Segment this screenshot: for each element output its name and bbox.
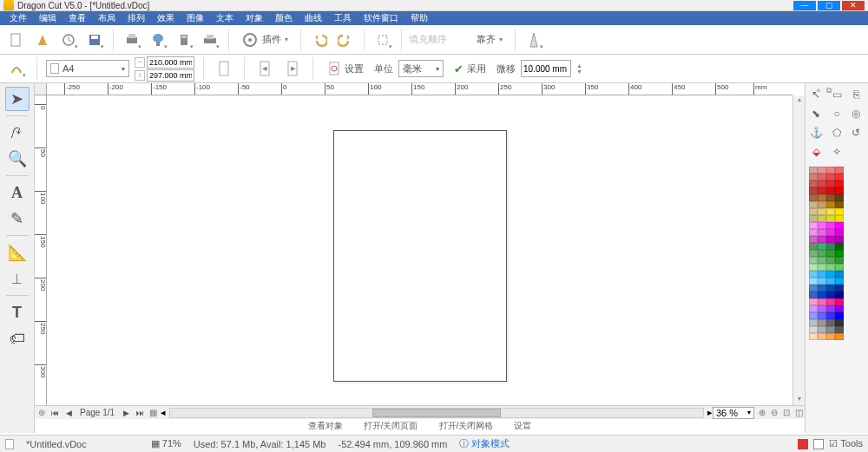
color-swatch[interactable] <box>826 201 835 208</box>
color-swatch[interactable] <box>818 194 826 201</box>
color-swatch[interactable] <box>818 236 826 243</box>
color-swatch[interactable] <box>835 278 844 285</box>
color-swatch[interactable] <box>818 201 826 208</box>
scroll-left-button[interactable]: ◂ <box>161 407 166 418</box>
menu-曲线[interactable]: 曲线 <box>299 12 328 24</box>
menu-软件窗口[interactable]: 软件窗口 <box>358 12 404 24</box>
color-swatch[interactable] <box>826 187 835 194</box>
color-swatch[interactable] <box>835 208 844 215</box>
menu-布局[interactable]: 布局 <box>92 12 122 24</box>
color-swatch[interactable] <box>826 229 835 236</box>
color-swatch[interactable] <box>818 285 826 292</box>
paper-size-select[interactable]: A4 ▾ <box>46 60 129 77</box>
window-maximize-button[interactable]: ▢ <box>818 1 840 10</box>
color-swatch[interactable] <box>826 236 835 243</box>
zoom-page-button[interactable]: ◫ <box>792 407 805 419</box>
color-swatch[interactable] <box>809 229 818 236</box>
color-swatch[interactable] <box>826 215 835 222</box>
dock-collapse-icon[interactable]: « ⧉ <box>816 86 833 95</box>
nudge-down-button[interactable]: ▼ <box>576 69 582 75</box>
color-swatch[interactable] <box>826 264 835 271</box>
ruler-corner[interactable] <box>35 83 47 95</box>
drawing-canvas[interactable] <box>47 95 792 405</box>
color-swatch[interactable] <box>835 326 844 333</box>
color-swatch[interactable] <box>818 333 826 340</box>
color-swatch[interactable] <box>835 257 844 264</box>
color-swatch[interactable] <box>835 298 844 305</box>
color-swatch[interactable] <box>809 298 818 305</box>
color-swatch[interactable] <box>826 243 835 250</box>
printer-button[interactable] <box>199 29 221 51</box>
color-swatch[interactable] <box>809 167 818 174</box>
menu-工具[interactable]: 工具 <box>328 12 358 24</box>
color-swatch[interactable] <box>818 243 826 250</box>
color-swatch[interactable] <box>826 298 835 305</box>
vertical-scrollbar[interactable]: ▴ ▾ <box>792 95 805 405</box>
circle-mini-icon[interactable]: ○ <box>829 106 845 121</box>
footer-link[interactable]: 设置 <box>514 420 531 432</box>
text2-tool[interactable]: T <box>5 300 30 324</box>
options-button[interactable] <box>5 57 28 80</box>
color-swatch[interactable] <box>809 312 818 319</box>
color-swatch[interactable] <box>826 292 835 298</box>
menu-排列[interactable]: 排列 <box>122 12 151 24</box>
freehand-tool[interactable]: ✎ <box>5 206 30 231</box>
color-swatch[interactable] <box>835 305 844 312</box>
color-swatch[interactable] <box>818 326 826 333</box>
color-swatch[interactable] <box>818 305 826 312</box>
color-swatch[interactable] <box>835 312 844 319</box>
color-swatch[interactable] <box>835 319 844 326</box>
zoom-tool[interactable]: 🔍 <box>5 147 30 171</box>
color-swatch[interactable] <box>809 222 818 229</box>
color-swatch[interactable] <box>809 326 818 333</box>
color-swatch[interactable] <box>826 305 835 312</box>
target-mini-icon[interactable]: ◎ <box>848 106 864 121</box>
color-swatch[interactable] <box>809 257 818 264</box>
tag-tool[interactable]: 🏷 <box>5 326 30 350</box>
color-swatch[interactable] <box>818 187 826 194</box>
zoom-fit-button[interactable]: ⊡ <box>780 407 792 419</box>
copy-mini-icon[interactable]: ⎘ <box>848 87 864 102</box>
page-prev-icon-button[interactable]: ◂ <box>253 57 276 80</box>
page-next-icon-button[interactable]: ▸ <box>281 57 304 80</box>
color-swatch[interactable] <box>835 271 844 278</box>
first-page-button[interactable]: ⏮ <box>49 407 61 419</box>
color-swatch[interactable] <box>835 333 844 340</box>
footer-link[interactable]: 查看对象 <box>308 420 343 432</box>
save-button[interactable] <box>83 29 106 51</box>
link-mini-icon[interactable]: ↺ <box>848 125 864 141</box>
color-swatch[interactable] <box>809 305 818 312</box>
color-swatch[interactable] <box>809 187 818 194</box>
color-swatch[interactable] <box>835 243 844 250</box>
nudge-input[interactable] <box>521 60 571 77</box>
color-swatch[interactable] <box>809 319 818 326</box>
add-page-button[interactable]: ⊕ <box>38 408 45 417</box>
hscroll-thumb[interactable] <box>372 409 500 417</box>
color-swatch[interactable] <box>835 187 844 194</box>
zoom-out-button[interactable]: ⊖ <box>768 407 780 419</box>
page-icon-button[interactable] <box>213 57 235 80</box>
color-swatch[interactable] <box>818 180 826 187</box>
menu-图像[interactable]: 图像 <box>181 12 210 24</box>
menu-对象[interactable]: 对象 <box>240 12 269 24</box>
color-swatch[interactable] <box>818 319 826 326</box>
color-swatch[interactable] <box>826 194 835 201</box>
crop-button[interactable] <box>372 29 394 51</box>
color-swatch[interactable] <box>809 236 818 243</box>
page-height-input[interactable] <box>147 69 194 82</box>
status-toggle[interactable]: ☑ Tools <box>829 438 863 449</box>
footer-link[interactable]: 打开/关闭页面 <box>364 420 418 432</box>
import-button[interactable] <box>31 29 54 51</box>
color-swatch[interactable] <box>818 208 826 215</box>
color-swatch[interactable] <box>818 278 826 285</box>
color-swatch[interactable] <box>826 222 835 229</box>
zoom-level-select[interactable]: 36 % ▾ <box>713 407 754 419</box>
menu-帮助[interactable]: 帮助 <box>404 12 434 24</box>
color-swatch[interactable] <box>826 319 835 326</box>
color-swatch[interactable] <box>818 264 826 271</box>
dimension-tool[interactable]: ⟂ <box>5 266 30 291</box>
color-swatch[interactable] <box>826 174 835 180</box>
color-swatch[interactable] <box>818 167 826 174</box>
color-swatch[interactable] <box>835 194 844 201</box>
color-swatch[interactable] <box>826 167 835 174</box>
